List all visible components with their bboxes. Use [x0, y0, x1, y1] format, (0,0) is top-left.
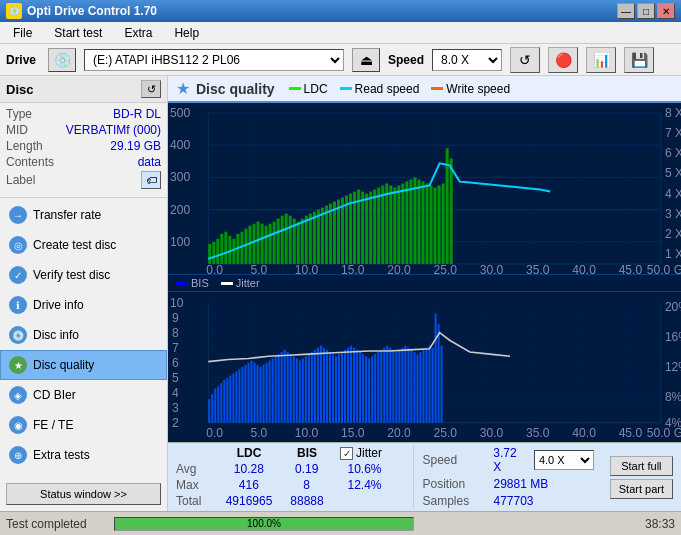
create-test-disc-label: Create test disc — [33, 238, 116, 252]
svg-text:9: 9 — [172, 311, 179, 325]
sidebar-item-create-test-disc[interactable]: ◎ Create test disc — [0, 230, 167, 260]
max-label: Max — [176, 478, 216, 492]
start-full-button[interactable]: Start full — [610, 456, 673, 476]
svg-text:35.0: 35.0 — [526, 425, 550, 439]
svg-rect-60 — [381, 185, 384, 263]
svg-rect-20 — [220, 234, 223, 264]
svg-rect-134 — [244, 365, 246, 423]
sidebar-item-verify-test-disc[interactable]: ✓ Verify test disc — [0, 260, 167, 290]
avg-label: Avg — [176, 462, 216, 476]
svg-text:8%: 8% — [665, 390, 681, 404]
menu-extra[interactable]: Extra — [115, 23, 161, 43]
svg-text:5.0: 5.0 — [250, 263, 267, 274]
menu-help[interactable]: Help — [165, 23, 208, 43]
bis-avg: 0.19 — [282, 462, 332, 476]
svg-rect-65 — [401, 183, 404, 263]
svg-text:1 X: 1 X — [665, 247, 681, 261]
position-label: Position — [422, 477, 487, 491]
svg-rect-175 — [368, 358, 370, 422]
svg-rect-67 — [409, 179, 412, 263]
svg-rect-167 — [344, 350, 346, 423]
drive-select[interactable]: (E:) ATAPI iHBS112 2 PL06 — [84, 49, 344, 71]
bis-total: 88888 — [282, 494, 332, 508]
bis-col-header: BIS — [282, 446, 332, 460]
svg-rect-188 — [407, 348, 409, 423]
svg-rect-147 — [284, 350, 286, 423]
jitter-checkbox[interactable]: ✓ — [340, 447, 353, 460]
svg-rect-183 — [392, 350, 394, 423]
sidebar-item-disc-info[interactable]: 💿 Disc info — [0, 320, 167, 350]
svg-text:2 X: 2 X — [665, 227, 681, 241]
refresh-button[interactable]: ↺ — [510, 47, 540, 73]
svg-text:20%: 20% — [665, 300, 681, 314]
bis-legend: BIS — [176, 277, 209, 289]
eject-button[interactable]: ⏏ — [352, 48, 380, 72]
menu-file[interactable]: File — [4, 23, 41, 43]
disc-info-label: Disc info — [33, 328, 79, 342]
label-icon-button[interactable]: 🏷 — [141, 171, 161, 189]
svg-rect-190 — [413, 352, 415, 423]
speed-stat-select[interactable]: 4.0 X8.0 X — [534, 450, 594, 470]
svg-rect-48 — [333, 202, 336, 264]
bis-legend-label: BIS — [191, 277, 209, 289]
svg-rect-30 — [261, 224, 264, 264]
ldc-max: 416 — [224, 478, 274, 492]
contents-value: data — [138, 155, 161, 169]
jitter-legend-label: Jitter — [236, 277, 260, 289]
svg-rect-144 — [275, 356, 277, 422]
sidebar-item-extra-tests[interactable]: ⊕ Extra tests — [0, 440, 167, 470]
right-panel: ★ Disc quality LDC Read speed Write spee… — [168, 76, 681, 511]
svg-rect-155 — [308, 354, 310, 423]
svg-text:5 X: 5 X — [665, 166, 681, 180]
svg-rect-140 — [263, 365, 265, 423]
sidebar-item-transfer-rate[interactable]: → Transfer rate — [0, 200, 167, 230]
sidebar-item-fe-te[interactable]: ◉ FE / TE — [0, 410, 167, 440]
start-part-button[interactable]: Start part — [610, 479, 673, 499]
speed-select[interactable]: 8.0 X 4.0 X 2.0 X — [432, 49, 502, 71]
type-label: Type — [6, 107, 32, 121]
progress-pct: 100.0% — [247, 518, 281, 529]
sidebar-item-cd-bier[interactable]: ◈ CD BIer — [0, 380, 167, 410]
svg-text:100: 100 — [170, 235, 190, 249]
svg-text:15.0: 15.0 — [341, 425, 365, 439]
svg-rect-130 — [232, 373, 234, 422]
svg-text:4 X: 4 X — [665, 187, 681, 201]
svg-text:50.0 GB: 50.0 GB — [647, 425, 681, 439]
svg-text:45.0: 45.0 — [619, 425, 643, 439]
transfer-rate-icon: → — [9, 206, 27, 224]
disc-quality-icon: ★ — [9, 356, 27, 374]
svg-rect-198 — [438, 324, 440, 423]
bis-max: 8 — [282, 478, 332, 492]
extra-tests-label: Extra tests — [33, 448, 90, 462]
svg-rect-17 — [208, 244, 211, 264]
minimize-button[interactable]: — — [617, 3, 635, 19]
disc-refresh-button[interactable]: ↺ — [141, 80, 161, 98]
svg-rect-124 — [214, 388, 216, 422]
close-button[interactable]: ✕ — [657, 3, 675, 19]
svg-rect-173 — [362, 354, 364, 423]
maximize-button[interactable]: □ — [637, 3, 655, 19]
verify-test-disc-label: Verify test disc — [33, 268, 110, 282]
samples-value: 477703 — [493, 494, 533, 508]
menu-start-test[interactable]: Start test — [45, 23, 111, 43]
sidebar-item-disc-quality[interactable]: ★ Disc quality — [0, 350, 167, 380]
action-btn-1[interactable]: 🔴 — [548, 47, 578, 73]
status-window-button[interactable]: Status window >> — [6, 483, 161, 505]
cd-bier-icon: ◈ — [9, 386, 27, 404]
upper-chart: 500 400 300 200 100 8 X 7 X 6 X 5 X 4 X … — [168, 103, 681, 274]
chart-legend: LDC Read speed Write speed — [289, 82, 511, 96]
svg-rect-177 — [374, 354, 376, 423]
action-btn-2[interactable]: 📊 — [586, 47, 616, 73]
svg-rect-165 — [338, 354, 340, 423]
svg-text:7 X: 7 X — [665, 126, 681, 140]
sidebar-item-drive-info[interactable]: ℹ Drive info — [0, 290, 167, 320]
svg-rect-159 — [320, 346, 322, 423]
svg-rect-132 — [238, 369, 240, 423]
svg-text:35.0: 35.0 — [526, 263, 550, 274]
svg-text:3 X: 3 X — [665, 207, 681, 221]
action-btn-3[interactable]: 💾 — [624, 47, 654, 73]
svg-rect-57 — [369, 192, 372, 264]
svg-rect-199 — [441, 346, 443, 423]
svg-rect-41 — [305, 216, 308, 264]
svg-rect-176 — [371, 356, 373, 422]
